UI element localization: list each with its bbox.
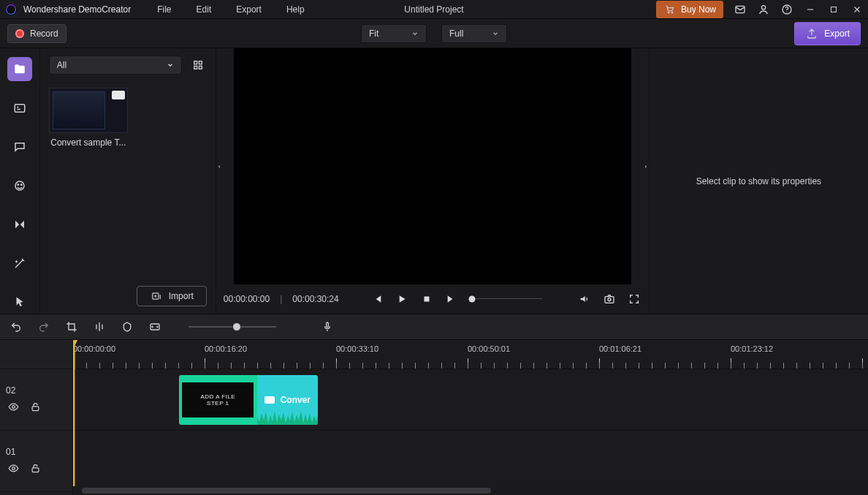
menu-export[interactable]: Export [232, 2, 266, 17]
grid-view-toggle[interactable] [189, 56, 207, 74]
track-01-label: 01 [6, 447, 15, 457]
svg-rect-7 [15, 104, 25, 112]
window-minimize-button[interactable] [804, 3, 817, 16]
step-back-button[interactable] [370, 292, 384, 306]
track-row-02[interactable]: ADD A FILE STEP 1 Conver [73, 369, 868, 431]
track-02-label: 02 [6, 385, 15, 396]
properties-placeholder: Select clip to show its properties [696, 176, 821, 186]
media-item[interactable]: Convert sample T... [49, 88, 128, 148]
ruler-label: 00:00:16:20 [205, 344, 247, 353]
svg-point-0 [668, 12, 669, 13]
app-title: Wondershare DemoCreator [23, 4, 131, 15]
menu-edit[interactable]: Edit [192, 2, 216, 17]
svg-point-5 [786, 11, 787, 12]
step-forward-button[interactable] [444, 292, 459, 306]
svg-rect-13 [194, 66, 197, 69]
menu-file[interactable]: File [153, 2, 175, 17]
clip-thumb-line1: ADD A FILE [200, 393, 235, 400]
preview-stage[interactable] [234, 48, 631, 284]
media-thumbnails: Convert sample T... [40, 82, 216, 154]
split-button[interactable] [92, 320, 107, 334]
crop-button[interactable] [64, 320, 79, 334]
clip-title: Conver [264, 395, 311, 405]
ruler-spacer [0, 340, 72, 369]
upload-icon [805, 27, 818, 40]
timeline-body[interactable]: 00:00:00:00 00:00:16:20 00:00:33:10 00:0… [73, 340, 868, 495]
cart-icon [663, 3, 677, 16]
stop-button[interactable] [419, 292, 434, 306]
lock-open-icon[interactable] [28, 461, 42, 476]
account-icon[interactable] [757, 3, 770, 16]
playhead-line[interactable] [73, 340, 75, 495]
panel-collapse-right[interactable] [643, 156, 649, 177]
timeline-track-headers: 02 01 [0, 340, 73, 495]
timeline: 02 01 00:00:00:00 00:00:16:20 00:00:33:1 [0, 340, 868, 495]
rail-annotations[interactable] [7, 135, 32, 159]
record-button[interactable]: Record [7, 24, 66, 43]
aspect-ratio-button[interactable] [148, 320, 162, 334]
media-item-label: Convert sample T... [49, 137, 128, 148]
ruler-label: 00:01:23:12 [731, 344, 773, 353]
svg-rect-16 [424, 297, 429, 302]
left-rail [0, 48, 40, 314]
rail-stickers[interactable] [7, 173, 32, 197]
timeline-zoom-slider[interactable] [189, 326, 276, 328]
preview-progress-slider[interactable] [469, 298, 557, 300]
export-button[interactable]: Export [794, 22, 861, 45]
media-top: All [40, 48, 216, 82]
marker-button[interactable] [120, 320, 134, 334]
fullscreen-button[interactable] [627, 292, 642, 306]
svg-point-3 [761, 5, 765, 9]
undo-button[interactable] [9, 320, 23, 334]
app-root: Wondershare DemoCreator File Edit Export… [0, 0, 868, 495]
svg-rect-22 [32, 407, 39, 411]
track-row-01[interactable] [73, 431, 868, 492]
volume-button[interactable] [577, 292, 592, 306]
rail-transitions[interactable] [7, 212, 32, 236]
rail-effects[interactable] [7, 251, 32, 275]
preview-stage-wrap [216, 48, 649, 284]
import-button[interactable]: Import [137, 286, 207, 306]
main-menu: File Edit Export Help [153, 2, 308, 17]
menu-help[interactable]: Help [282, 2, 309, 17]
voiceover-button[interactable] [320, 320, 335, 334]
clip-body: Conver [257, 375, 318, 425]
eye-icon[interactable] [6, 400, 20, 415]
clip-item[interactable]: ADD A FILE STEP 1 Conver [179, 375, 318, 425]
chevron-down-icon [492, 30, 499, 37]
svg-point-23 [12, 467, 15, 470]
timeline-scroll-thumb[interactable] [82, 488, 491, 494]
buy-now-button[interactable]: Buy Now [656, 1, 723, 18]
project-title: Untitled Project [404, 4, 463, 15]
svg-rect-17 [605, 297, 614, 303]
quality-dropdown[interactable]: Full [441, 24, 507, 43]
rail-cursor[interactable] [7, 290, 32, 314]
titlebar: Wondershare DemoCreator File Edit Export… [0, 0, 868, 19]
eye-icon[interactable] [6, 461, 20, 476]
help-icon[interactable] [780, 3, 793, 16]
timeline-ruler[interactable]: 00:00:00:00 00:00:16:20 00:00:33:10 00:0… [73, 340, 868, 369]
media-filter-dropdown[interactable]: All [49, 56, 182, 75]
clip-thumb-content: ADD A FILE STEP 1 [182, 382, 254, 417]
media-thumbnail-icon [49, 88, 128, 133]
window-close-button[interactable] [850, 3, 864, 16]
mail-icon[interactable] [734, 3, 747, 16]
redo-button[interactable] [37, 320, 51, 334]
track-head-01: 01 [0, 431, 72, 492]
snapshot-button[interactable] [602, 292, 617, 306]
rail-captions[interactable] [7, 96, 32, 120]
timeline-scrollbar[interactable] [73, 486, 868, 495]
properties-panel: Select clip to show its properties [650, 48, 868, 314]
svg-rect-6 [831, 7, 837, 12]
rail-library[interactable] [7, 57, 32, 81]
ruler-label: 00:00:00:00 [73, 344, 115, 353]
window-maximize-button[interactable] [827, 3, 840, 16]
timeline-tracks: ADD A FILE STEP 1 Conver [73, 369, 868, 495]
play-button[interactable] [395, 292, 409, 306]
svg-rect-24 [32, 468, 39, 472]
fit-mode-dropdown[interactable]: Fit [361, 24, 427, 43]
time-separator: | [280, 294, 282, 304]
lock-open-icon[interactable] [28, 400, 42, 415]
panel-collapse-left[interactable] [216, 156, 222, 177]
record-label: Record [30, 29, 58, 39]
